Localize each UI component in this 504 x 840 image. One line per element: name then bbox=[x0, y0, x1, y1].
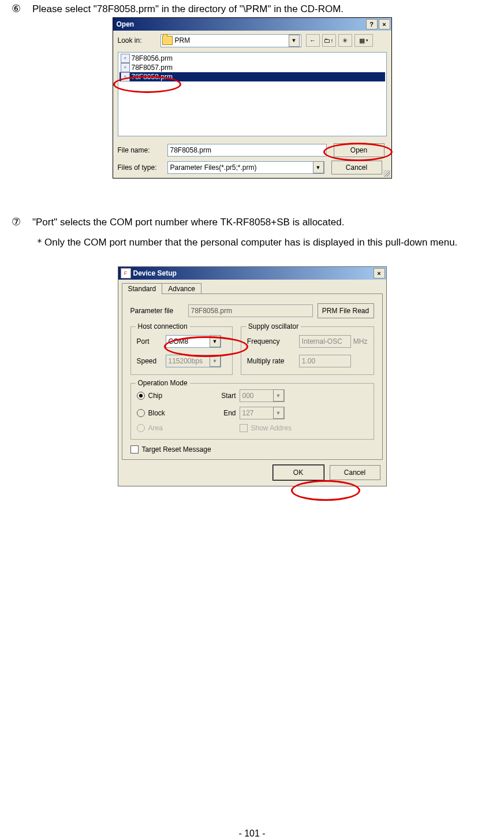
nav-up-button[interactable]: 🗀↑ bbox=[322, 34, 336, 47]
chevron-down-icon: ▼ bbox=[289, 35, 300, 47]
tab-advance[interactable]: Advance bbox=[162, 283, 201, 294]
speed-label: Speed bbox=[137, 357, 166, 365]
file-item[interactable]: ≡ 78F8056.prm bbox=[120, 54, 385, 63]
start-label: Start bbox=[211, 392, 236, 400]
tab-standard[interactable]: Standard bbox=[122, 283, 163, 294]
step7-note: ＊Only the COM port number that the perso… bbox=[35, 233, 492, 252]
parameter-file-label: Parameter file bbox=[130, 307, 184, 315]
multiply-label: Multiply rate bbox=[247, 357, 299, 365]
look-in-select[interactable]: PRM ▼ bbox=[160, 34, 301, 47]
operation-mode-group: Operation Mode Chip Start 000 ▼ bbox=[130, 383, 374, 440]
filetype-label: Files of type: bbox=[118, 163, 167, 172]
target-reset-label: Target Reset Message bbox=[142, 445, 211, 454]
end-label: End bbox=[211, 409, 236, 417]
group-title: Host connection bbox=[136, 322, 190, 330]
file-list[interactable]: ≡ 78F8056.prm ≡ 78F8057.prm ≡ 78F8058.pr… bbox=[118, 52, 387, 136]
chevron-down-icon: ▼ bbox=[210, 355, 221, 367]
open-button[interactable]: Open bbox=[334, 143, 384, 157]
step7-num: ⑦ bbox=[12, 215, 32, 228]
cancel-button[interactable]: Cancel bbox=[330, 465, 380, 480]
prm-file-read-button[interactable]: PRM File Read bbox=[318, 303, 374, 318]
file-name: 78F8056.prm bbox=[132, 54, 173, 62]
look-in-label: Look in: bbox=[118, 36, 160, 44]
radio-block[interactable] bbox=[137, 409, 145, 417]
chevron-down-icon: ▼ bbox=[210, 335, 221, 347]
folder-icon bbox=[162, 36, 173, 45]
step6-text: Please select "78F8058.prm" in the direc… bbox=[32, 2, 344, 16]
frequency-unit: MHz bbox=[353, 337, 368, 345]
end-select: 127 ▼ bbox=[240, 407, 285, 419]
radio-area bbox=[137, 424, 145, 432]
radio-chip[interactable] bbox=[137, 392, 145, 400]
filename-input[interactable]: 78F8058.prm bbox=[167, 144, 327, 157]
nav-view-button[interactable]: ▦▾ bbox=[354, 34, 373, 47]
prm-file-icon: ≡ bbox=[121, 72, 130, 81]
open-dialog: Open ? × Look in: PRM ▼ ← 🗀↑ ✳ bbox=[113, 17, 392, 179]
resize-grip-icon[interactable] bbox=[383, 170, 390, 177]
group-title: Supply oscillator bbox=[246, 322, 301, 330]
file-name: 78F8057.prm bbox=[132, 64, 173, 72]
file-name: 78F8058.prm bbox=[132, 73, 173, 81]
open-title-bar: Open ? × bbox=[113, 18, 391, 31]
step7-text: "Port" selects the COM port number where… bbox=[32, 215, 344, 229]
close-button[interactable]: × bbox=[379, 19, 390, 29]
filetype-select[interactable]: Parameter Files(*.pr5;*.prm) ▼ bbox=[167, 161, 324, 174]
device-title-bar: F Device Setup × bbox=[118, 267, 386, 280]
close-button[interactable]: × bbox=[374, 268, 385, 278]
checkbox-show-address bbox=[240, 424, 248, 432]
look-in-value: PRM bbox=[175, 36, 191, 44]
multiply-field: 1.00 bbox=[299, 355, 351, 367]
frequency-field: Internal-OSC bbox=[299, 335, 351, 348]
page-number: - 101 - bbox=[0, 828, 504, 839]
ok-button[interactable]: OK bbox=[273, 465, 324, 480]
nav-back-button[interactable]: ← bbox=[306, 34, 320, 47]
prm-file-icon: ≡ bbox=[121, 63, 130, 72]
show-address-label: Show Addres bbox=[251, 424, 292, 432]
device-title: Device Setup bbox=[133, 269, 177, 277]
filename-label: File name: bbox=[118, 146, 167, 154]
file-item[interactable]: ≡ 78F8057.prm bbox=[120, 63, 385, 72]
help-button[interactable]: ? bbox=[366, 19, 378, 29]
app-icon: F bbox=[121, 268, 131, 278]
chevron-down-icon: ▼ bbox=[273, 389, 284, 402]
device-setup-dialog: F Device Setup × Standard Advance Parame… bbox=[118, 266, 387, 486]
speed-select: 115200bps ▼ bbox=[166, 355, 221, 367]
cancel-button[interactable]: Cancel bbox=[331, 161, 382, 174]
step6-num: ⑥ bbox=[12, 2, 32, 15]
frequency-label: Frequency bbox=[247, 337, 299, 345]
chip-label: Chip bbox=[148, 392, 163, 400]
start-select: 000 ▼ bbox=[240, 389, 285, 402]
file-item-selected[interactable]: ≡ 78F8058.prm bbox=[120, 72, 385, 81]
block-label: Block bbox=[148, 409, 165, 417]
area-label: Area bbox=[148, 424, 163, 432]
group-title: Operation Mode bbox=[136, 379, 190, 387]
parameter-file-field: 78F8058.prm bbox=[188, 304, 313, 317]
port-label: Port bbox=[137, 337, 166, 345]
prm-file-icon: ≡ bbox=[121, 54, 130, 63]
host-connection-group: Host connection Port COM8 ▼ Speed 115200 bbox=[130, 326, 233, 375]
chevron-down-icon: ▼ bbox=[313, 161, 324, 173]
nav-new-folder-button[interactable]: ✳ bbox=[338, 34, 352, 47]
checkbox-target-reset[interactable] bbox=[130, 445, 139, 454]
open-title: Open bbox=[117, 20, 135, 28]
supply-oscillator-group: Supply oscillator Frequency Internal-OSC… bbox=[241, 326, 374, 375]
chevron-down-icon: ▼ bbox=[273, 407, 284, 419]
port-select[interactable]: COM8 ▼ bbox=[166, 335, 221, 348]
